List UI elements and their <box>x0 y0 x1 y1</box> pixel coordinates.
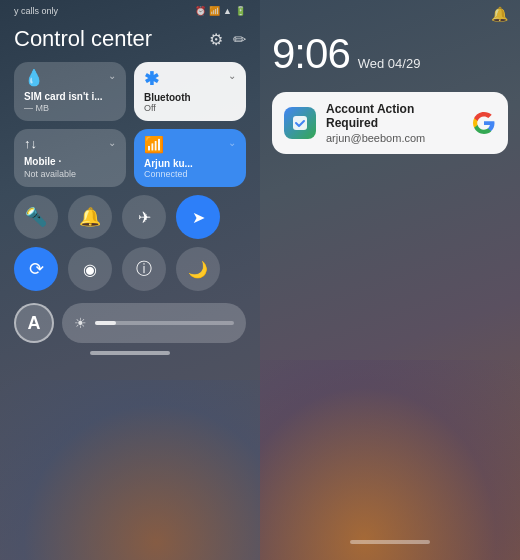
brightness-fill <box>95 321 116 325</box>
moon-icon: 🌙 <box>188 260 208 279</box>
settings-icon[interactable]: ⚙ <box>209 30 223 49</box>
sim-expand-icon: ⌄ <box>108 70 116 81</box>
notification-title: Account Action Required <box>326 102 462 130</box>
tasks-svg-icon <box>290 113 310 133</box>
signal-icon: 📶 <box>209 6 220 16</box>
avatar-button[interactable]: A <box>14 303 54 343</box>
wifi-tile-icon: 📶 <box>144 137 164 153</box>
home-indicator-right <box>350 540 430 544</box>
eye-button[interactable]: ◉ <box>68 247 112 291</box>
time-row: 9:06 Wed 04/29 <box>272 30 508 78</box>
wifi-label: Arjun ku... <box>144 158 236 169</box>
brightness-control[interactable]: ☀ <box>62 303 246 343</box>
home-indicator-left <box>90 351 170 355</box>
flashlight-button[interactable]: 🔦 <box>14 195 58 239</box>
sim-tile[interactable]: 💧 ⌄ SIM card isn't i... — MB <box>14 62 126 121</box>
eye-icon: ◉ <box>83 260 97 279</box>
status-bar-left: y calls only ⏰ 📶 ▲ 🔋 <box>14 0 246 20</box>
brightness-track <box>95 321 234 325</box>
bottom-controls-row: A ☀ <box>14 303 246 343</box>
alarm-icon: ⏰ <box>195 6 206 16</box>
bluetooth-expand-icon: ⌄ <box>228 70 236 81</box>
wifi-status-icon: ▲ <box>223 6 232 16</box>
bell-button[interactable]: 🔔 <box>68 195 112 239</box>
edit-icon[interactable]: ✏ <box>233 30 246 49</box>
mobile-tile-header: ↑↓ ⌄ <box>24 137 116 150</box>
bluetooth-tile-header: ✱ ⌄ <box>144 70 236 88</box>
notification-card[interactable]: Account Action Required arjun@beebom.com <box>272 92 508 154</box>
wifi-expand-icon: ⌄ <box>228 137 236 148</box>
left-panel: y calls only ⏰ 📶 ▲ 🔋 Control center ⚙ ✏ … <box>0 0 260 560</box>
sim-label: SIM card isn't i... <box>24 91 116 102</box>
bluetooth-label: Bluetooth <box>144 92 236 103</box>
notification-content: Account Action Required arjun@beebom.com <box>326 102 462 144</box>
tiles-row-1: 💧 ⌄ SIM card isn't i... — MB ✱ ⌄ Bluetoo… <box>14 62 246 121</box>
circle-button[interactable]: ⓘ <box>122 247 166 291</box>
wifi-tile[interactable]: 📶 ⌄ Arjun ku... Connected <box>134 129 246 187</box>
mobile-expand-icon: ⌄ <box>108 137 116 148</box>
notif-app-icon <box>284 107 316 139</box>
location-icon: ➤ <box>192 208 205 227</box>
status-bar-right: 🔔 <box>272 0 508 26</box>
icon-row-2: ⟳ ◉ ⓘ 🌙 <box>14 247 246 291</box>
page-title-row: Control center ⚙ ✏ <box>14 26 246 52</box>
location-button[interactable]: ➤ <box>176 195 220 239</box>
sim-icon: 💧 <box>24 70 44 86</box>
bluetooth-icon: ✱ <box>144 70 159 88</box>
rotation-icon: ⟳ <box>29 258 44 280</box>
left-bg-decoration <box>0 380 260 560</box>
google-svg-icon <box>473 112 495 134</box>
sim-tile-header: 💧 ⌄ <box>24 70 116 86</box>
bluetooth-tile[interactable]: ✱ ⌄ Bluetooth Off <box>134 62 246 121</box>
wifi-sublabel: Connected <box>144 169 236 179</box>
airplane-button[interactable]: ✈ <box>122 195 166 239</box>
bell-icon: 🔔 <box>79 206 101 228</box>
sim-sublabel: — MB <box>24 103 116 113</box>
brightness-icon: ☀ <box>74 315 87 331</box>
bluetooth-sublabel: Off <box>144 103 236 113</box>
date-display: Wed 04/29 <box>358 56 421 71</box>
title-action-icons: ⚙ ✏ <box>209 30 246 49</box>
airplane-icon: ✈ <box>138 208 151 227</box>
circle-icon: ⓘ <box>136 259 152 280</box>
battery-icon: 🔋 <box>235 6 246 16</box>
right-panel: 🔔 9:06 Wed 04/29 Account Action Required… <box>260 0 520 560</box>
avatar-label: A <box>28 313 41 334</box>
mobile-tile[interactable]: ↑↓ ⌄ Mobile · Not available <box>14 129 126 187</box>
mobile-sublabel: Not available <box>24 169 116 179</box>
mobile-icon: ↑↓ <box>24 137 37 150</box>
page-title: Control center <box>14 26 152 52</box>
notification-bell-icon: 🔔 <box>491 6 508 22</box>
time-display: 9:06 <box>272 30 350 78</box>
notification-subtitle: arjun@beebom.com <box>326 132 462 144</box>
mobile-label: Mobile · <box>24 156 116 167</box>
icon-row-1: 🔦 🔔 ✈ ➤ <box>14 195 246 239</box>
moon-button[interactable]: 🌙 <box>176 247 220 291</box>
tiles-row-2: ↑↓ ⌄ Mobile · Not available 📶 ⌄ Arjun ku… <box>14 129 246 187</box>
flashlight-icon: 🔦 <box>25 206 47 228</box>
rotation-button[interactable]: ⟳ <box>14 247 58 291</box>
right-bg-decoration <box>260 360 520 560</box>
status-icons-left: ⏰ 📶 ▲ 🔋 <box>195 6 246 16</box>
wifi-tile-header: 📶 ⌄ <box>144 137 236 153</box>
google-brand-icon <box>472 111 496 135</box>
calls-only-label: y calls only <box>14 6 58 16</box>
